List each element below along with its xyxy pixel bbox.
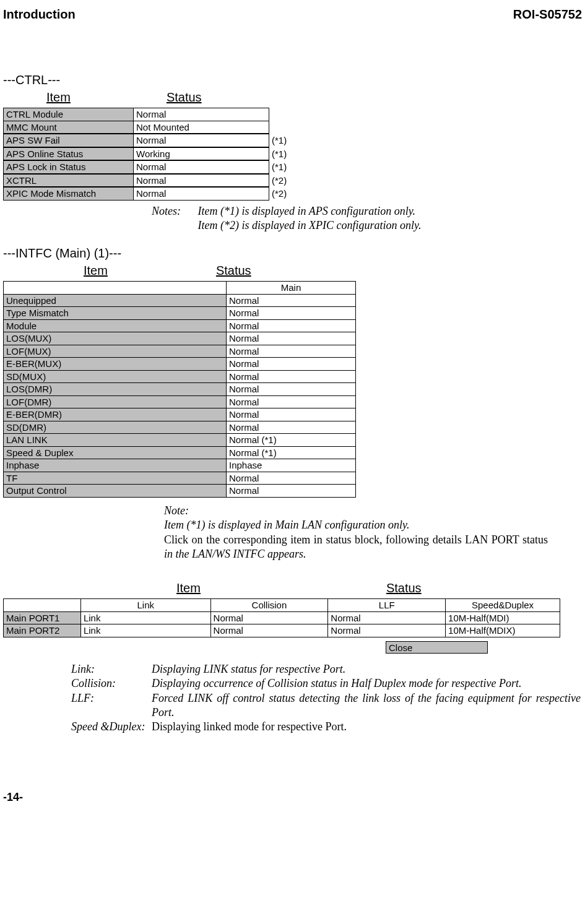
table-row: XCTRLNormal: [4, 174, 269, 187]
ctrl-item-cell: XPIC Mode Mismatch: [4, 188, 134, 201]
lan-link-cell: Link: [80, 611, 210, 624]
ctrl-status-cell: Working: [134, 147, 269, 160]
lan-speed-cell: 10M-Half(MDIX): [446, 624, 560, 637]
intfc-status-cell: Normal: [227, 319, 356, 332]
definitions: Link: Displaying LINK status for respect…: [71, 662, 582, 735]
intfc-status-cell: Normal: [227, 307, 356, 320]
ctrl-item-status-header: Item Status: [3, 89, 582, 105]
lan-collision-cell: Normal: [210, 611, 328, 624]
intfc-status-label: Status: [216, 262, 251, 278]
intfc-item-cell: SD(MUX): [4, 370, 227, 383]
def-body: Forced LINK off control status detecting…: [152, 691, 582, 720]
ctrl-table: APS SW FailNormal: [3, 134, 269, 147]
def-body: Displaying occurrence of Collision statu…: [152, 676, 582, 691]
ctrl-table: APS Lock in StatusNormal: [3, 160, 269, 174]
intfc-status-cell: Normal: [227, 383, 356, 396]
intfc-item-cell: LAN LINK: [4, 434, 227, 447]
table-row: TFNormal: [4, 472, 356, 485]
def-body: Displaying linked mode for respective Po…: [152, 720, 582, 734]
def-body: Displaying LINK status for respective Po…: [152, 662, 582, 676]
table-row: LOS(MUX)Normal: [4, 332, 356, 345]
lan-link-cell: Link: [80, 624, 210, 637]
ctrl-annot: (*1): [269, 161, 287, 173]
table-row: Link Collision LLF Speed&Duplex: [4, 599, 560, 612]
ctrl-table: XCTRLNormal: [3, 174, 269, 188]
close-button[interactable]: Close: [386, 641, 488, 654]
ctrl-section-title: ---CTRL---: [3, 72, 582, 88]
intfc-item-cell: Module: [4, 319, 227, 332]
lan-header-collision: Collision: [210, 599, 328, 612]
lan-header-blank: [4, 599, 81, 612]
ctrl-status-cell: Normal: [134, 108, 269, 121]
intfc-item-cell: Unequipped: [4, 294, 227, 307]
ctrl-status-cell: Normal: [134, 188, 269, 201]
intfc-item-cell: Type Mismatch: [4, 307, 227, 320]
page-header: Introduction ROI-S05752: [3, 6, 582, 22]
intfc-status-cell: Inphase: [227, 459, 356, 472]
intfc-status-cell: Normal: [227, 294, 356, 307]
def-term: Speed &Duplex:: [71, 720, 152, 734]
lan-llf-cell: Normal: [328, 624, 446, 637]
intfc-main-header: Main: [227, 282, 356, 295]
lan-header-llf: LLF: [328, 599, 446, 612]
ctrl-status-cell: Normal: [134, 161, 269, 174]
intfc-item-cell: E-BER(MUX): [4, 358, 227, 371]
lan-status-label: Status: [386, 580, 422, 596]
intfc-status-cell: Normal (*1): [227, 446, 356, 459]
table-row: CTRL ModuleNormal: [4, 108, 269, 121]
ctrl-annot: (*1): [269, 148, 287, 160]
header-right: ROI-S05752: [513, 6, 582, 22]
table-row: E-BER(DMR)Normal: [4, 408, 356, 421]
ctrl-table: CTRL ModuleNormal MMC MountNot Mounted: [3, 108, 269, 134]
table-row: ModuleNormal: [4, 319, 356, 332]
intfc-item-cell: LOF(DMR): [4, 395, 227, 408]
ctrl-status-label: Status: [167, 89, 202, 105]
intfc-status-cell: Normal: [227, 472, 356, 485]
ctrl-item-cell: XCTRL: [4, 174, 134, 187]
def-term: Collision:: [71, 676, 152, 691]
def-llf: LLF: Forced LINK off control status dete…: [71, 691, 582, 720]
header-left: Introduction: [3, 6, 76, 22]
table-row: SD(MUX)Normal: [4, 370, 356, 383]
page-number: -14-: [3, 790, 582, 805]
def-speedduplex: Speed &Duplex: Displaying linked mode fo…: [71, 720, 582, 734]
lan-speed-cell: 10M-Half(MDI): [446, 611, 560, 624]
notes-line1: Item (*1) is displayed in APS configurat…: [198, 205, 416, 217]
intfc-item-cell: LOF(MUX): [4, 345, 227, 358]
lan-port-cell: Main PORT2: [4, 624, 81, 637]
intfc-note: Note: Item (*1) is displayed in Main LAN…: [164, 504, 582, 562]
intfc-status-cell: Normal: [227, 408, 356, 421]
def-collision: Collision: Displaying occurrence of Coll…: [71, 676, 582, 691]
ctrl-table: APS Online StatusWorking: [3, 147, 269, 161]
lan-table: Link Collision LLF Speed&Duplex Main POR…: [3, 598, 560, 637]
intfc-status-cell: Normal: [227, 485, 356, 498]
blank-cell: [4, 282, 227, 295]
ctrl-item-cell: MMC Mount: [4, 121, 134, 134]
lan-collision-cell: Normal: [210, 624, 328, 637]
intfc-item-cell: SD(DMR): [4, 421, 227, 434]
notes-line2: Item (*2) is displayed in XPIC configura…: [198, 219, 422, 231]
def-link: Link: Displaying LINK status for respect…: [71, 662, 582, 676]
ctrl-notes: Notes: Item (*1) is displayed in APS con…: [152, 204, 582, 233]
intfc-item-cell: LOS(MUX): [4, 332, 227, 345]
intfc-item-cell: Speed & Duplex: [4, 446, 227, 459]
table-row: LOF(DMR)Normal: [4, 395, 356, 408]
lan-item-label: Item: [176, 580, 201, 596]
intfc-status-cell: Normal: [227, 345, 356, 358]
table-row: APS SW FailNormal: [4, 134, 269, 147]
lan-header-speedduplex: Speed&Duplex: [446, 599, 560, 612]
intfc-status-cell: Normal (*1): [227, 434, 356, 447]
table-row: E-BER(MUX)Normal: [4, 358, 356, 371]
note-italic-2: in the LAN/WS INTFC appears.: [164, 548, 306, 560]
notes-body: Item (*1) is displayed in APS configurat…: [198, 204, 422, 233]
ctrl-item-cell: CTRL Module: [4, 108, 134, 121]
table-row: LAN LINKNormal (*1): [4, 434, 356, 447]
intfc-status-cell: Normal: [227, 332, 356, 345]
ctrl-table: XPIC Mode MismatchNormal: [3, 187, 269, 201]
ctrl-status-cell: Not Mounted: [134, 121, 269, 134]
note-label: Note:: [164, 504, 201, 518]
def-term: Link:: [71, 662, 152, 676]
lan-llf-cell: Normal: [328, 611, 446, 624]
table-row: LOF(MUX)Normal: [4, 345, 356, 358]
intfc-item-cell: E-BER(DMR): [4, 408, 227, 421]
